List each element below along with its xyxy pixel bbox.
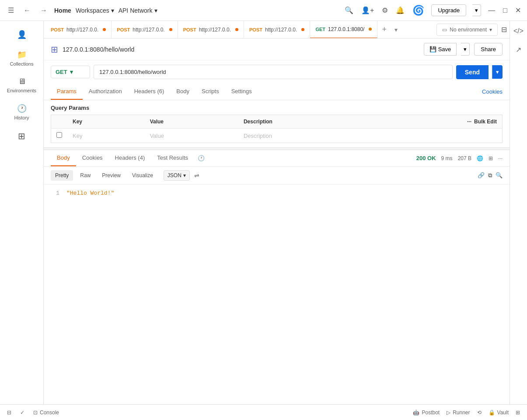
runner-button[interactable]: ▷ Runner [447, 410, 470, 416]
console-label: Console [40, 410, 59, 416]
workspaces-menu[interactable]: Workspaces ▾ [76, 7, 114, 14]
share-button[interactable]: Share [474, 43, 503, 56]
tab-1-method: POST [117, 27, 130, 32]
upgrade-button[interactable]: Upgrade [431, 4, 466, 16]
params-row-desc[interactable]: Description [238, 129, 503, 143]
resp-tab-test-results[interactable]: Test Results [151, 150, 194, 166]
vault-button[interactable]: 🔒 Vault [489, 410, 509, 416]
sidebar-item-collections[interactable]: 📁 Collections [3, 46, 40, 71]
tab-4[interactable]: GET 127.0.0.1:8080/ [310, 21, 377, 38]
cookies-link[interactable]: Cookies [482, 84, 503, 99]
collections-icon: 📁 [17, 50, 27, 60]
send-button[interactable]: Send [456, 65, 489, 79]
tab-2-dot [235, 28, 238, 31]
link-chain-icon[interactable]: ↗ [514, 44, 523, 56]
maximize-button[interactable]: □ [502, 6, 508, 15]
tab-scripts[interactable]: Scripts [195, 84, 225, 100]
request-icon: ⊞ [51, 44, 58, 55]
link-icon[interactable]: 🔗 [478, 172, 485, 179]
tab-0-method: POST [51, 27, 64, 32]
settings-icon-btn[interactable]: ⚙ [381, 5, 389, 15]
avatar-btn[interactable]: 🌀 [412, 4, 425, 17]
layout-icon[interactable]: ⊟ [7, 410, 11, 416]
minimize-button[interactable]: — [487, 6, 496, 15]
search-response-icon[interactable]: 🔍 [496, 172, 503, 179]
params-key-header: Key [67, 115, 145, 129]
search-icon-btn[interactable]: 🔍 [344, 5, 354, 15]
code-icon[interactable]: </> [512, 25, 525, 37]
format-selector[interactable]: JSON ▾ [164, 170, 190, 181]
globe-icon[interactable]: 🌐 [477, 155, 483, 161]
response-tabs-row: Body Cookies Headers (4) Test Results 🕐 … [44, 150, 510, 167]
api-network-menu[interactable]: API Network ▾ [119, 7, 157, 14]
save-dropdown-button[interactable]: ▾ [461, 43, 470, 56]
resp-actions-icon[interactable]: ··· [498, 155, 503, 161]
tab-2-method: POST [183, 27, 196, 32]
upgrade-dropdown-button[interactable]: ▾ [472, 4, 481, 16]
tab-headers[interactable]: Headers (6) [128, 84, 171, 100]
history-label: History [14, 115, 29, 120]
url-bar: GET ▾ Send ▾ [44, 60, 510, 84]
params-row-checkbox[interactable] [51, 129, 68, 143]
tab-1[interactable]: POST http://127.0.0. [112, 21, 178, 38]
tab-body[interactable]: Body [170, 84, 195, 100]
resp-tab-cookies[interactable]: Cookies [76, 150, 109, 166]
tab-2-url: http://127.0.0. [199, 27, 231, 33]
params-desc-header: Description ··· Bulk Edit [238, 115, 503, 129]
params-checkbox-col [51, 115, 68, 129]
sidebar-item-history[interactable]: 🕐 History [3, 99, 40, 125]
notifications-icon-btn[interactable]: 🔔 [395, 5, 405, 15]
layout-grid-icon[interactable]: ⊞ [516, 410, 520, 416]
bulk-edit-button[interactable]: Bulk Edit [474, 119, 497, 125]
sidebar-item-environments[interactable]: 🖥 Environments [3, 73, 40, 98]
add-tab-button[interactable]: + [377, 25, 391, 34]
url-input[interactable] [94, 65, 453, 79]
send-dropdown-button[interactable]: ▾ [492, 65, 503, 79]
vault-label: Vault [497, 410, 509, 416]
body-tab-pretty[interactable]: Pretty [51, 170, 73, 181]
user-add-icon-btn[interactable]: 👤+ [360, 5, 375, 15]
params-row-key[interactable]: Key [67, 129, 145, 143]
tab-3-dot [301, 28, 304, 31]
tab-params[interactable]: Params [51, 84, 83, 100]
sidebar-item-account[interactable]: 👤 [3, 25, 40, 44]
params-more-icon[interactable]: ··· [467, 119, 471, 125]
body-tab-visualize[interactable]: Visualize [128, 170, 157, 181]
history-icon-btn[interactable]: 🕐 [194, 155, 208, 161]
params-row-value[interactable]: Value [145, 129, 238, 143]
check-icon[interactable]: ✓ [20, 410, 24, 416]
tab-3[interactable]: POST http://127.0.0. [244, 21, 310, 38]
back-button[interactable]: ← [21, 5, 33, 16]
response-status: 200 OK 9 ms 207 B 🌐 ⊞ ··· [416, 155, 503, 161]
tab-2[interactable]: POST http://127.0.0. [178, 21, 244, 38]
collections-label: Collections [10, 61, 34, 66]
method-selector[interactable]: GET ▾ [51, 66, 90, 78]
body-tab-preview[interactable]: Preview [98, 170, 125, 181]
tab-1-dot [169, 28, 172, 31]
menu-button[interactable]: ☰ [5, 4, 17, 16]
body-tab-raw[interactable]: Raw [76, 170, 95, 181]
tab-0[interactable]: POST http://127.0.0. [45, 21, 112, 38]
sidebar-item-apps[interactable]: ⊞ [3, 126, 40, 146]
right-sidebar: </> ↗ [510, 21, 527, 404]
postbot-button[interactable]: 🤖 Postbot [413, 410, 440, 416]
resp-tab-body[interactable]: Body [51, 150, 76, 166]
tabs-dropdown-button[interactable]: ▾ [391, 26, 401, 33]
resp-tab-headers[interactable]: Headers (4) [109, 150, 151, 166]
close-button[interactable]: ✕ [514, 5, 522, 15]
resp-size: 207 B [458, 155, 471, 161]
resp-more-icon[interactable]: ⊞ [489, 155, 493, 161]
method-label: GET [56, 69, 67, 75]
sidebar: 👤 📁 Collections 🖥 Environments 🕐 History… [0, 21, 44, 404]
connection-icon[interactable]: ⟲ [477, 410, 482, 416]
wrap-icon[interactable]: ⇌ [192, 170, 201, 181]
copy-icon[interactable]: ⧉ [488, 172, 492, 179]
tab-settings[interactable]: Settings [225, 84, 258, 100]
tab-authorization[interactable]: Authorization [83, 84, 128, 100]
console-button[interactable]: ⊡ Console [33, 410, 59, 416]
environment-selector[interactable]: ▭ No environment ▾ [436, 24, 498, 36]
right-panel-toggle[interactable]: ⊟ [500, 24, 508, 35]
save-button[interactable]: 💾 Save [424, 43, 457, 56]
forward-button[interactable]: → [38, 5, 50, 16]
home-link[interactable]: Home [54, 7, 71, 14]
